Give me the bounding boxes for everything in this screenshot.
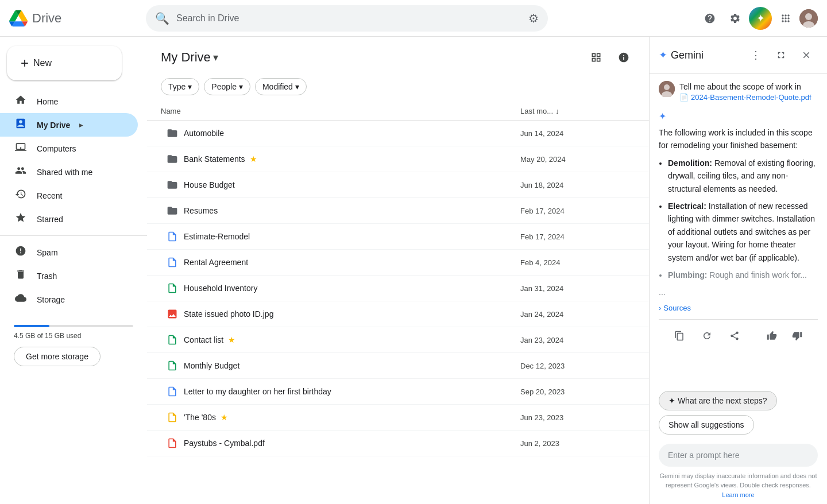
sidebar-item-spam[interactable]: Spam [0,241,138,264]
file-date: May 20, 2024 [520,155,612,164]
settings-icon-btn[interactable] [724,7,747,30]
support-icon-btn[interactable] [698,7,721,30]
file-row[interactable]: Letter to my daughter on her first birth… [147,379,649,405]
file-name-text: House Budget [184,180,235,189]
col-date-header[interactable]: Last mo... ↓ [520,107,612,115]
file-row[interactable]: Resumes Feb 17, 2024 ⋮ [147,198,649,224]
file-name: State issued photo ID.jpg [184,309,520,319]
thumbs-down-btn[interactable] [786,324,809,347]
gemini-header: ✦ Gemini ⋮ [650,37,827,74]
share-response-btn[interactable] [723,324,746,347]
gemini-close-btn[interactable] [795,44,818,67]
my-drive-icon [14,118,28,132]
file-more-actions: ⋮ [612,279,635,297]
file-type-icon [161,153,184,165]
sidebar-item-computers-label: Computers [37,144,76,153]
file-list: Automobile Jun 14, 2024 ⋮ Bank Statement… [147,121,649,456]
gemini-more-link[interactable]: ... [659,288,666,297]
gemini-disclaimer-text: Gemini may display inaccurate informatio… [660,472,817,489]
refresh-icon [702,331,712,341]
sidebar-item-home-label: Home [37,97,58,106]
search-bar[interactable]: 🔍 ⚙ [146,5,548,32]
gemini-prompt-input[interactable] [659,444,818,467]
file-type-icon [161,282,184,294]
modified-filter-btn[interactable]: Modified ▾ [255,78,307,95]
settings-icon [729,13,741,24]
file-date: Jun 23, 2023 [520,413,612,422]
drive-title[interactable]: My Drive ▾ [161,50,218,65]
sidebar-item-trash-label: Trash [37,272,57,281]
file-row[interactable]: 'The '80s ★ Jun 23, 2023 ⋮ [147,405,649,431]
file-name-text: Contact list [184,335,223,344]
info-icon [618,52,629,63]
app-container: Drive 🔍 ⚙ ✦ [0,0,827,504]
sidebar-item-storage[interactable]: Storage [0,288,138,311]
file-more-actions: ⋮ [612,356,635,375]
file-name: Estimate-Remodel [184,232,520,241]
file-date: Feb 17, 2024 [520,232,612,241]
info-btn[interactable] [612,46,635,69]
file-date: Jun 2, 2023 [520,439,612,448]
refresh-btn[interactable] [695,324,718,347]
gemini-fab-btn[interactable]: ✦ [749,7,772,30]
file-row[interactable]: Rental Agreement Feb 4, 2024 ⋮ [147,250,649,276]
new-button[interactable]: + New [7,46,122,80]
file-list-header: Name Last mo... ↓ [147,102,649,121]
gemini-sources[interactable]: › Sources [659,304,818,312]
file-row[interactable]: Household Inventory Jan 31, 2024 ⋮ [147,276,649,301]
file-row[interactable]: Monthly Budget Dec 12, 2023 ⋮ [147,353,649,379]
gemini-response-diamond: ✦ [659,111,818,122]
sidebar-item-my-drive[interactable]: My Drive ▸ [0,113,138,137]
gemini-title-text: Gemini [671,49,704,61]
sidebar-item-computers[interactable]: Computers [0,137,138,160]
file-name-text: Automobile [184,129,224,138]
file-name-text: 'The '80s [184,413,216,422]
starred-icon [14,212,28,226]
search-input[interactable] [176,13,521,24]
gemini-more-btn[interactable]: ⋮ [744,44,767,67]
file-type-icon [161,257,184,268]
copy-btn[interactable] [668,324,691,347]
gemini-user-message: Tell me about the scope of work in 📄 202… [659,81,818,102]
main-area: + New Home My Drive ▸ Computer [0,37,827,504]
get-storage-button[interactable]: Get more storage [14,347,101,366]
people-filter-btn[interactable]: People ▾ [204,78,250,95]
file-row[interactable]: Bank Statements ★ May 20, 2024 ⋮ [147,146,649,172]
file-row[interactable]: House Budget Jun 18, 2024 ⋮ [147,172,649,198]
file-name-text: Letter to my daughter on her first birth… [184,387,331,396]
new-plus-icon: + [21,55,29,71]
sidebar-item-recent[interactable]: Recent [0,184,138,207]
sidebar-item-home[interactable]: Home [0,90,138,113]
file-row[interactable]: State issued photo ID.jpg Jan 24, 2024 ⋮ [147,301,649,327]
apps-grid-btn[interactable] [774,7,797,30]
filter-bar: Type ▾ People ▾ Modified ▾ [147,73,649,102]
modified-filter-label: Modified [262,82,293,91]
top-icons: ✦ [698,7,818,30]
top-bar: Drive 🔍 ⚙ ✦ [0,0,827,37]
gemini-expand-icon [776,50,786,60]
show-all-suggestions-btn[interactable]: Show all suggestions [659,415,754,435]
gemini-file-ref-text: 2024-Basement-Remodel-Quote.pdf [691,93,811,102]
file-name: Automobile [184,129,520,138]
gemini-expand-btn[interactable] [770,44,793,67]
sidebar-item-shared[interactable]: Shared with me [0,160,138,184]
suggestion-chip-1[interactable]: ✦ What are the next steps? [659,391,777,410]
file-row[interactable]: Contact list ★ Jan 23, 2024 ⋮ [147,327,649,353]
file-row[interactable]: Paystubs - Cymbal.pdf Jun 2, 2023 ⋮ [147,431,649,456]
col-name-header[interactable]: Name [161,107,520,115]
gemini-learn-more-link[interactable]: Learn more [722,491,754,498]
grid-view-icon [590,52,602,63]
modified-filter-chevron: ▾ [295,82,299,91]
people-filter-chevron: ▾ [239,82,243,91]
user-avatar[interactable] [799,9,818,28]
sidebar-item-trash[interactable]: Trash [0,264,138,288]
file-row[interactable]: Estimate-Remodel Feb 17, 2024 ⋮ [147,224,649,250]
type-filter-btn[interactable]: Type ▾ [161,78,199,95]
search-icon: 🔍 [155,11,169,25]
grid-view-btn[interactable] [585,46,608,69]
file-name: Bank Statements ★ [184,154,520,164]
file-row[interactable]: Automobile Jun 14, 2024 ⋮ [147,121,649,146]
thumbs-up-btn[interactable] [760,324,783,347]
sidebar-item-starred[interactable]: Starred [0,207,138,231]
filter-options-icon[interactable]: ⚙ [528,11,539,25]
